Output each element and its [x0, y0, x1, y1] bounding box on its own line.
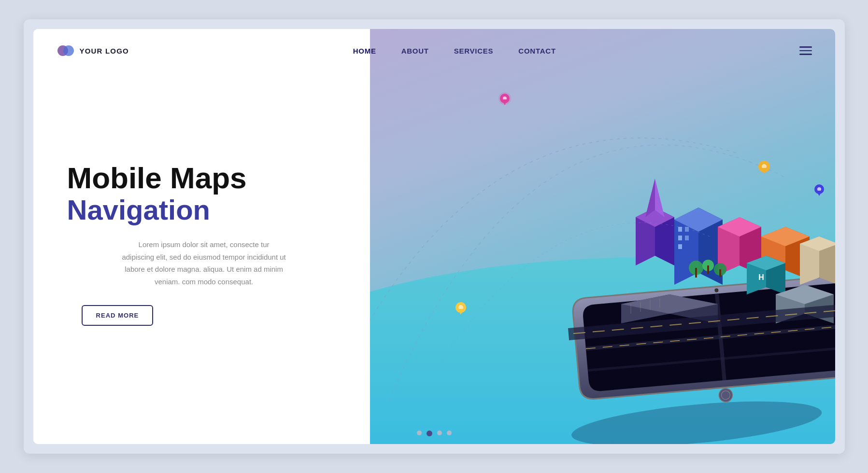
nav-home[interactable]: HOME	[353, 47, 376, 55]
nav-services[interactable]: SERVICES	[454, 47, 494, 55]
right-background: H	[290, 29, 835, 444]
nav-about[interactable]: ABOUT	[401, 47, 429, 55]
hamburger-line-1	[799, 46, 812, 48]
dot-4[interactable]	[447, 431, 452, 435]
logo-area: YOUR LOGO	[57, 42, 129, 60]
pin-pink-top	[498, 92, 512, 111]
pagination-dots	[417, 431, 452, 436]
main-content: H	[33, 29, 835, 444]
nav-contact[interactable]: CONTACT	[518, 47, 555, 55]
pin-blue-right	[813, 183, 825, 200]
svg-point-1	[63, 45, 74, 56]
header: YOUR LOGO HOME ABOUT SERVICES CONTACT	[33, 29, 835, 72]
pin-gold-right	[756, 159, 772, 181]
pin-yellow-center	[454, 301, 468, 319]
left-panel: Mobile Maps Navigation Lorem ipsum dolor…	[33, 29, 370, 444]
hamburger-line-3	[799, 54, 812, 55]
svg-point-17	[817, 187, 821, 191]
outer-frame: YOUR LOGO HOME ABOUT SERVICES CONTACT	[24, 19, 845, 454]
logo-text: YOUR LOGO	[80, 47, 129, 55]
hero-description: Lorem ipsum dolor sit amet, consecte tur…	[122, 238, 286, 288]
nav: HOME ABOUT SERVICES CONTACT	[353, 47, 556, 55]
dot-2-active[interactable]	[427, 431, 432, 436]
dot-1[interactable]	[417, 431, 422, 435]
hero-title-line1: Mobile Maps	[67, 162, 341, 195]
hero-title-area: Mobile Maps Navigation	[67, 147, 341, 239]
hero-title-line2: Navigation	[67, 195, 341, 225]
arc-lines	[290, 29, 835, 444]
right-panel: H	[290, 29, 835, 444]
dot-3[interactable]	[437, 431, 442, 435]
hamburger-line-2	[799, 50, 812, 52]
card: YOUR LOGO HOME ABOUT SERVICES CONTACT	[33, 29, 835, 444]
hamburger-menu[interactable]	[799, 46, 812, 55]
logo-icon	[57, 42, 75, 60]
read-more-button[interactable]: READ MORE	[82, 305, 154, 326]
